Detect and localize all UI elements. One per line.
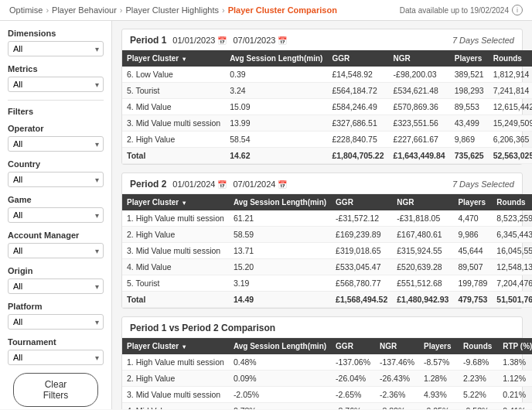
col-avgsession-c[interactable]: Avg Session Length(min) [229, 338, 331, 354]
period1-end: 07/01/2023 📅 [233, 36, 287, 45]
operator-select[interactable]: All [8, 136, 104, 152]
period2-table: Player Cluster ▾ Avg Session Length(min)… [122, 194, 532, 308]
col-rounds-c[interactable]: Rounds [459, 338, 498, 354]
sidebar-divider [8, 100, 104, 101]
col-cluster-1[interactable]: Player Cluster ▾ [122, 50, 225, 67]
top-nav: Optimise › Player Behaviour › Player Clu… [0, 0, 532, 21]
table-row: 1. High Value multi session0.48%-137.06%… [122, 354, 532, 371]
game-label: Game [8, 195, 104, 204]
period1-dates: Period 1 01/01/2023 📅 07/01/2023 📅 [130, 35, 287, 46]
col-ggr-2[interactable]: GGR [331, 194, 392, 210]
tournament-select[interactable]: All [8, 350, 104, 365]
clear-filters-button[interactable]: Clear Filters [13, 373, 98, 407]
period2-badge: 7 Days Selected [452, 179, 514, 189]
table-row: 2. High Value58.54£228,840.75£227,661.67… [122, 132, 532, 148]
metrics-label: Metrics [8, 64, 104, 73]
calendar-icon-4[interactable]: 📅 [278, 180, 287, 189]
filters-label: Filters [8, 107, 104, 116]
col-rtp-c[interactable]: RTP (%) [498, 338, 532, 354]
content-area: Period 1 01/01/2023 📅 07/01/2023 📅 7 Day… [112, 21, 532, 409]
game-select[interactable]: All [8, 207, 104, 223]
period1-title: Period 1 [130, 35, 166, 46]
col-avgsession-2[interactable]: Avg Session Length(min) [229, 194, 331, 210]
sidebar-tournament: Tournament All [8, 337, 104, 365]
platform-select[interactable]: All [8, 314, 104, 330]
period2-start: 01/01/2024 📅 [172, 179, 227, 189]
period1-start: 01/01/2023 📅 [172, 36, 227, 45]
col-players-2[interactable]: Players [453, 194, 492, 210]
period1-section: Period 1 01/01/2023 📅 07/01/2023 📅 7 Day… [121, 29, 523, 165]
col-ngr-c[interactable]: NGR [375, 338, 419, 354]
table-row: 5. Tourist3.24£564,184.72£534,621.48198,… [122, 83, 532, 99]
dimensions-label: Dimensions [8, 29, 104, 38]
info-icon[interactable]: i [512, 5, 523, 15]
breadcrumb-highlights[interactable]: Player Cluster Highlights [126, 5, 219, 15]
sidebar-origin: Origin All [8, 266, 104, 294]
period2-section: Period 2 01/01/2024 📅 07/01/2024 📅 7 Day… [121, 173, 523, 309]
origin-select[interactable]: All [8, 278, 104, 294]
account-manager-select[interactable]: All [8, 243, 104, 258]
table-row: 1. High Value multi session61.21-£31,572… [122, 210, 532, 227]
comparison-title: Period 1 vs Period 2 Comparison [130, 323, 275, 333]
col-ngr-2[interactable]: NGR [392, 194, 453, 210]
comparison-header: Period 1 vs Period 2 Comparison [122, 317, 522, 338]
breadcrumb-comparison: Player Cluster Comparison [228, 5, 337, 15]
col-cluster-c[interactable]: Player Cluster ▾ [122, 338, 229, 354]
table-total-row: Total14.62£1,804,705.22£1,643,449.84735,… [122, 148, 532, 164]
calendar-icon-1[interactable]: 📅 [217, 36, 227, 45]
sidebar-country: Country All [8, 159, 104, 187]
calendar-icon-3[interactable]: 📅 [217, 180, 227, 189]
sidebar-filters-heading: Filters [8, 107, 104, 116]
tournament-label: Tournament [8, 337, 104, 347]
comparison-section: Period 1 vs Period 2 Comparison Player C… [121, 316, 523, 409]
main-layout: Dimensions All Metrics All Filters Opera… [0, 21, 532, 409]
table-row: 4. Mid Value0.78%-8.76%-8.80%-0.05%-0.53… [122, 403, 532, 410]
table-row: 3. Mid Value multi session13.71£319,018.… [122, 243, 532, 259]
metrics-select[interactable]: All [8, 77, 104, 92]
col-ggr-c[interactable]: GGR [331, 338, 375, 354]
operator-label: Operator [8, 124, 104, 133]
col-rounds-2[interactable]: Rounds [492, 194, 532, 210]
dimensions-select[interactable]: All [8, 41, 104, 56]
table-row: 5. Tourist3.19£568,780.77£551,512.68199,… [122, 275, 532, 292]
table-row: 4. Mid Value15.09£584,246.49£570,869.368… [122, 99, 532, 115]
country-select[interactable]: All [8, 172, 104, 187]
comparison-table: Player Cluster ▾ Avg Session Length(min)… [122, 338, 532, 409]
table-row: 2. High Value58.59£169,239.89£167,480.61… [122, 227, 532, 243]
table-row: 3. Mid Value multi session-2.05%-2.65%-2… [122, 387, 532, 403]
period2-header: Period 2 01/01/2024 📅 07/01/2024 📅 7 Day… [122, 173, 522, 194]
col-rounds-1[interactable]: Rounds [489, 50, 532, 67]
table-row: 3. Mid Value multi session13.99£327,686.… [122, 115, 532, 132]
col-ggr-1[interactable]: GGR [327, 50, 388, 67]
sidebar-account-manager: Account Manager All [8, 231, 104, 258]
col-ngr-1[interactable]: NGR [389, 50, 450, 67]
col-players-c[interactable]: Players [419, 338, 459, 354]
period1-header: Period 1 01/01/2023 📅 07/01/2023 📅 7 Day… [122, 29, 522, 50]
sidebar-platform: Platform All [8, 302, 104, 330]
period2-end: 07/01/2024 📅 [233, 179, 287, 189]
period1-badge: 7 Days Selected [452, 36, 514, 45]
origin-label: Origin [8, 266, 104, 275]
platform-label: Platform [8, 302, 104, 311]
account-manager-label: Account Manager [8, 231, 104, 240]
table-row: 2. High Value0.09%-26.04%-26.43%1.28%2.2… [122, 371, 532, 387]
period1-table: Player Cluster ▾ Avg Session Length(min)… [122, 50, 532, 164]
period2-dates: Period 2 01/01/2024 📅 07/01/2024 📅 [130, 179, 287, 190]
sidebar-dimensions: Dimensions All [8, 29, 104, 56]
sidebar-game: Game All [8, 195, 104, 223]
period2-title: Period 2 [130, 179, 166, 190]
breadcrumb-player-behaviour[interactable]: Player Behaviour [52, 5, 117, 15]
data-availability: Data available up to 19/02/2024 i [400, 5, 523, 15]
col-cluster-2[interactable]: Player Cluster ▾ [122, 194, 229, 210]
table-total-row: Total14.49£1,568,494.52£1,480,942.93479,… [122, 292, 532, 308]
breadcrumb-optimise[interactable]: Optimise [9, 5, 43, 15]
sidebar: Dimensions All Metrics All Filters Opera… [0, 21, 112, 409]
sidebar-operator: Operator All [8, 124, 104, 152]
breadcrumb: Optimise › Player Behaviour › Player Clu… [9, 5, 337, 15]
col-avgsession-1[interactable]: Avg Session Length(min) [225, 50, 327, 67]
col-players-1[interactable]: Players [450, 50, 489, 67]
table-row: 4. Mid Value15.20£533,045.47£520,639.288… [122, 259, 532, 275]
country-label: Country [8, 159, 104, 169]
table-row: 6. Low Value0.39£14,548.92-£98,200.03389… [122, 67, 532, 83]
calendar-icon-2[interactable]: 📅 [278, 36, 287, 45]
